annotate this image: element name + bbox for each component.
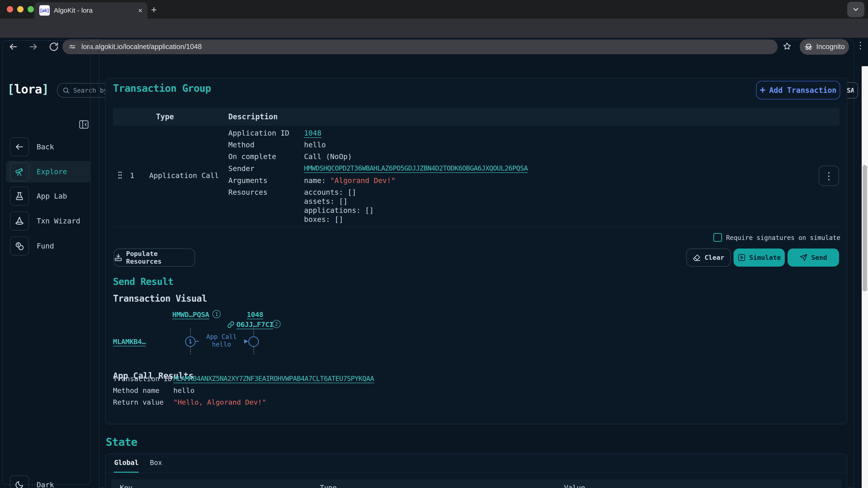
column-header-type: Type [156, 112, 174, 121]
sidebar-item-back[interactable]: Back [6, 136, 91, 158]
window-maximize-button[interactable] [28, 6, 34, 12]
field-label: Resources [228, 188, 268, 197]
group-badge: 2 [272, 320, 281, 328]
resources-applications: applications: [] [304, 206, 374, 215]
transaction-table-header: Type Description [113, 108, 839, 126]
sidebar-item-theme-toggle[interactable]: Dark [6, 474, 91, 488]
require-signatures-checkbox[interactable] [713, 233, 722, 242]
play-square-icon [738, 254, 746, 262]
graph-to-node[interactable] [248, 336, 259, 347]
return-value: "Hello, Algorand Dev!" [174, 398, 266, 406]
transaction-visual-title: Transaction Visual [113, 293, 207, 304]
graph-from-node[interactable]: 1 [185, 336, 195, 347]
column-header-value: Value [564, 484, 585, 488]
field-label: Sender [228, 164, 254, 173]
graph-edge-label: App Callhello [199, 333, 244, 348]
window-close-button[interactable] [7, 6, 13, 12]
sender-badge: 1 [213, 310, 221, 318]
coins-icon [10, 236, 29, 256]
visual-txn-row-link[interactable]: MLAMKB4… [113, 337, 146, 346]
sidebar-item-fund[interactable]: Fund [6, 235, 91, 257]
column-header-description: Description [228, 112, 278, 121]
add-transaction-button[interactable]: + Add Transaction [756, 81, 840, 99]
transaction-type: Application Call [149, 171, 219, 180]
send-button[interactable]: Send [787, 249, 839, 267]
column-header-key: Key [120, 484, 132, 488]
arrow-left-icon [10, 137, 29, 156]
tab-title: AlgoKit - lora [54, 6, 134, 14]
sender-address-link[interactable]: HMWDSHQCOPD2T36WBAHLAZ6PO5GDJJZBN4D2TODK… [304, 164, 528, 172]
transaction-index: 1 [130, 171, 134, 180]
sidebar: Back Explore App Lab Txn Wizard Fund [2, 40, 91, 485]
tab-box[interactable]: Box [150, 459, 162, 466]
resources-assets: assets: [] [304, 197, 348, 205]
sidebar-item-app-lab[interactable]: App Lab [6, 185, 91, 207]
on-complete-value: Call (NoOp) [304, 152, 352, 161]
tab-list-chevron-icon[interactable] [847, 2, 864, 17]
row-divider [113, 227, 839, 227]
scrollbar-thumb[interactable] [863, 165, 867, 291]
tab-global[interactable]: Global [114, 459, 138, 466]
browser-tabstrip: [ak] AlgoKit - lora × + [0, 0, 868, 19]
result-label: Method name [113, 386, 159, 394]
result-label: Transaction ID [113, 375, 172, 383]
field-label: Arguments [228, 176, 268, 185]
application-id-link[interactable]: 1048 [304, 129, 321, 137]
flask-icon [10, 187, 29, 205]
require-signatures-label: Require signatures on simulate [726, 234, 840, 241]
wizard-hat-icon [10, 212, 29, 230]
simulate-button[interactable]: Simulate [734, 249, 785, 267]
sidebar-item-explore[interactable]: Explore [6, 161, 91, 183]
populate-resources-button[interactable]: Populate Resources [114, 249, 195, 267]
visual-sender-link[interactable]: HMWD…PQSA [172, 311, 209, 319]
tab-close-icon[interactable]: × [138, 6, 143, 15]
kebab-icon: ⋮ [824, 170, 834, 182]
arguments-value: name: "Algorand Dev!" [304, 176, 396, 185]
row-kebab-menu-button[interactable]: ⋮ [819, 166, 839, 186]
method-value: hello [304, 140, 326, 149]
plus-icon: + [760, 84, 765, 95]
visual-app-link[interactable]: 1048 [247, 311, 264, 319]
resources-boxes: boxes: [] [304, 215, 343, 224]
tabbar-divider [105, 473, 847, 473]
method-name-value: hello [174, 386, 194, 394]
telescope-icon [10, 162, 29, 181]
browser-toolbar: lora.algokit.io/localnet/application/104… [0, 19, 868, 38]
result-label: Return value [113, 398, 164, 406]
download-icon [114, 253, 123, 262]
state-title: State [106, 435, 137, 448]
new-tab-button[interactable]: + [151, 4, 157, 15]
window-minimize-button[interactable] [17, 6, 24, 12]
tab-favicon: [ak] [39, 5, 50, 15]
moon-icon [10, 475, 29, 488]
drag-handle-icon[interactable] [118, 170, 123, 180]
visual-group-link[interactable]: O6JJ…F7CI [237, 320, 273, 328]
send-result-title: Send Result [113, 276, 174, 287]
field-label: Method [228, 140, 254, 149]
field-label: Application ID [228, 129, 289, 137]
sidebar-collapse-icon[interactable] [78, 119, 90, 130]
screen: [ak] AlgoKit - lora × + lora.algokit.io/… [0, 0, 868, 488]
transaction-group-title: Transaction Group [113, 83, 211, 94]
column-header-type: Type [320, 484, 337, 488]
clear-button[interactable]: Clear [686, 249, 731, 267]
field-label: On complete [228, 152, 276, 161]
browser-tab[interactable]: [ak] AlgoKit - lora × [34, 2, 147, 19]
send-icon [800, 254, 808, 262]
transaction-id-link[interactable]: MLAMKB4ANXZ5NA2XY7ZNF3EAIROHVWPAB4A7CLT6… [174, 375, 374, 383]
resources-accounts: accounts: [] [304, 188, 356, 197]
sidebar-item-txn-wizard[interactable]: Txn Wizard [6, 210, 91, 232]
eraser-icon [693, 254, 701, 262]
state-table-header [111, 480, 841, 488]
link-icon [227, 321, 235, 328]
